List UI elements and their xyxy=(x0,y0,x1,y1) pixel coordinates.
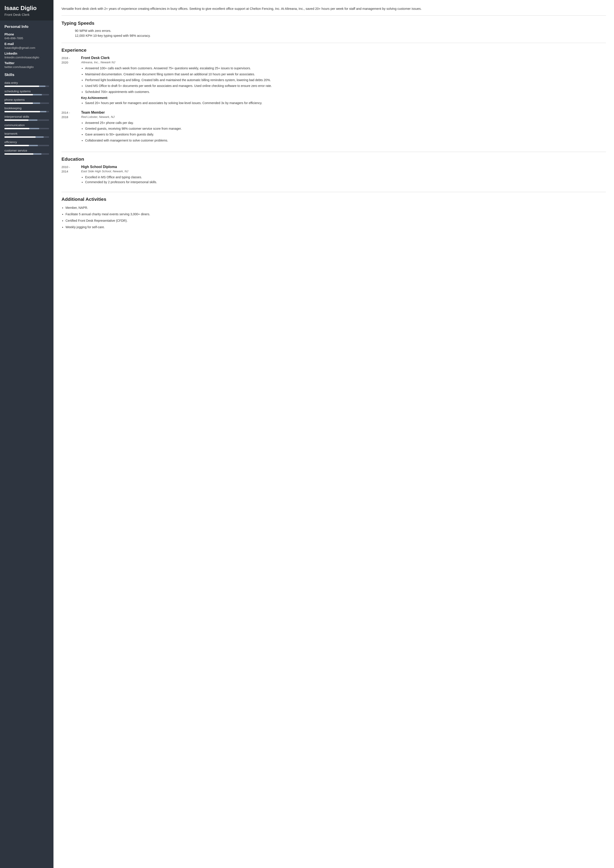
key-achievement-bullets: Saved 20+ hours per week for managers an… xyxy=(81,101,606,106)
skill-bar-dot xyxy=(33,94,42,95)
summary-text: Versatile front desk clerk with 2+ years… xyxy=(62,6,606,16)
typing-speed-item: 12,000 KPH 10-key typing speed with 98% … xyxy=(62,34,606,37)
skill-bar-background xyxy=(5,111,49,112)
experience-entry: 2018 - 2020Front Desk ClerkAltreana, Inc… xyxy=(62,56,606,106)
skill-bar-fill xyxy=(5,145,29,146)
exp-date: 2018 - 2020 xyxy=(62,56,77,106)
skill-bar-background xyxy=(5,85,49,87)
email-value: isaacdiglio@gmail.com xyxy=(5,46,49,50)
candidate-job-title: Front Desk Clerk xyxy=(5,13,49,17)
exp-bullet-item: Answered 100+ calls each week from custo… xyxy=(85,66,606,71)
typing-speeds-title: Typing Speeds xyxy=(62,20,606,26)
sidebar: Isaac Diglio Front Desk Clerk Personal I… xyxy=(0,0,53,868)
personal-info-title: Personal Info xyxy=(5,25,49,30)
skill-bar-fill xyxy=(5,153,33,155)
skill-bar-fill xyxy=(5,111,40,112)
skill-bar-background xyxy=(5,128,49,129)
skill-item: scheduling systems xyxy=(5,90,49,95)
skill-bar-background xyxy=(5,102,49,104)
skill-bar-dot xyxy=(36,137,43,138)
skill-item: data entry xyxy=(5,81,49,87)
skill-bar-fill xyxy=(5,102,33,104)
edu-date: 2010 - 2014 xyxy=(62,165,77,185)
skill-bar-dot xyxy=(29,145,38,146)
email-label: E-mail xyxy=(5,42,49,46)
skill-name: interpersonal skills xyxy=(5,115,49,118)
key-achievement-label: Key Achievement: xyxy=(81,96,606,99)
skill-bar-background xyxy=(5,94,49,95)
skill-bar-background xyxy=(5,153,49,155)
skill-bar-fill xyxy=(5,137,36,138)
activity-item: Member, NAPR. xyxy=(65,205,606,211)
education-entry: 2010 - 2014High School DiplomaEast Side … xyxy=(62,165,606,185)
skill-item: efficiency xyxy=(5,140,49,146)
exp-bullets-list: Answered 100+ calls each week from custo… xyxy=(81,66,606,94)
edu-bullet-item: Excelled in MS Office and typing classes… xyxy=(85,175,606,180)
exp-bullet-item: Used MS Office to draft 5+ documents per… xyxy=(85,83,606,88)
skill-name: data entry xyxy=(5,81,49,84)
edu-bullet-item: Commended by 2 professors for interperso… xyxy=(85,180,606,185)
activity-item: Certified Front Desk Representative (CFD… xyxy=(65,218,606,224)
edu-school: East Side High School, Newark, NJ xyxy=(81,169,606,173)
experience-container: 2018 - 2020Front Desk ClerkAltreana, Inc… xyxy=(62,56,606,144)
skill-bar-dot xyxy=(28,120,37,121)
candidate-name: Isaac Diglio xyxy=(5,5,49,11)
phone-label: Phone xyxy=(5,33,49,36)
typing-speeds-container: 90 WPM with zero errors.12,000 KPH 10-ke… xyxy=(62,29,606,37)
additional-activities-title: Additional Activities xyxy=(62,197,606,202)
skill-item: interpersonal skills xyxy=(5,115,49,121)
skill-bar-background xyxy=(5,145,49,146)
linkedin-value: linkedin.com/in/isaacdiglio xyxy=(5,56,49,59)
skill-item: teamwork xyxy=(5,132,49,138)
skill-item: bookkeeping xyxy=(5,107,49,112)
skill-item: communication xyxy=(5,123,49,129)
key-achievement-bullet-item: Saved 20+ hours per week for managers an… xyxy=(85,101,606,106)
main-content: Versatile front desk clerk with 2+ years… xyxy=(53,0,614,868)
skill-bar-background xyxy=(5,137,49,138)
linkedin-label: LinkedIn xyxy=(5,52,49,55)
typing-speeds-section: Typing Speeds 90 WPM with zero errors.12… xyxy=(62,20,606,43)
skill-name: communication xyxy=(5,123,49,127)
twitter-label: Twitter xyxy=(5,61,49,65)
skill-bar-fill xyxy=(5,85,39,87)
education-section: Education 2010 - 2014High School Diploma… xyxy=(62,157,606,192)
additional-activities-section: Additional Activities Member, NAPR.Facil… xyxy=(62,197,606,235)
typing-speed-item: 90 WPM with zero errors. xyxy=(62,29,606,33)
exp-bullets-list: Answered 25+ phone calls per day.Greeted… xyxy=(81,120,606,143)
skill-name: phone systems xyxy=(5,98,49,101)
experience-entry: 2014 - 2018Team MemberRed Lobster, Newar… xyxy=(62,110,606,144)
skill-bar-fill xyxy=(5,94,33,95)
activity-item: Weekly jogging for self-care. xyxy=(65,224,606,230)
skill-bar-fill xyxy=(5,128,29,129)
exp-date: 2014 - 2018 xyxy=(62,110,77,144)
exp-bullet-item: Answered 25+ phone calls per day. xyxy=(85,120,606,125)
exp-company: Red Lobster, Newark, NJ xyxy=(81,115,606,118)
skill-bar-dot xyxy=(33,153,42,155)
sidebar-header: Isaac Diglio Front Desk Clerk xyxy=(0,0,53,20)
skills-section: Skills data entryscheduling systemsphone… xyxy=(0,70,53,162)
education-container: 2010 - 2014High School DiplomaEast Side … xyxy=(62,165,606,185)
activity-item: Facilitate 5 annual charity meal events … xyxy=(65,211,606,217)
phone-value: 646-898-7895 xyxy=(5,37,49,40)
edu-degree: High School Diploma xyxy=(81,165,606,169)
skills-container: data entryscheduling systemsphone system… xyxy=(5,81,49,155)
exp-bullet-item: Gave answers to 50+ questions from guest… xyxy=(85,132,606,137)
exp-bullet-item: Maintained documentation. Created new do… xyxy=(85,72,606,77)
exp-bullet-item: Performed light bookkeeping and billing.… xyxy=(85,78,606,82)
exp-bullet-item: Greeted guests, receiving 98% customer s… xyxy=(85,126,606,131)
skill-item: customer service xyxy=(5,149,49,155)
skill-bar-fill xyxy=(5,120,28,121)
skill-name: efficiency xyxy=(5,140,49,144)
skill-name: scheduling systems xyxy=(5,90,49,93)
skill-bar-background xyxy=(5,120,49,121)
skills-title: Skills xyxy=(5,73,49,78)
twitter-value: twitter.com/isaacdiglio xyxy=(5,65,49,68)
personal-info-section: Personal Info Phone 646-898-7895 E-mail … xyxy=(0,20,53,70)
skill-bar-dot xyxy=(29,128,39,129)
exp-company: Altreana, Inc., Newark NJ xyxy=(81,61,606,64)
activities-list: Member, NAPR.Facilitate 5 annual charity… xyxy=(62,205,606,230)
exp-bullet-item: Collaborated with management to solve cu… xyxy=(85,138,606,143)
skill-name: bookkeeping xyxy=(5,107,49,110)
exp-content: Team MemberRed Lobster, Newark, NJAnswer… xyxy=(81,110,606,144)
skill-item: phone systems xyxy=(5,98,49,104)
